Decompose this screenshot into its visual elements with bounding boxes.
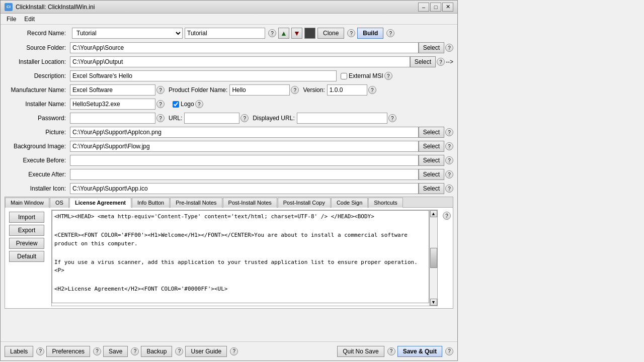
installer-name-field[interactable]	[70, 99, 155, 110]
backup-button[interactable]: Backup	[141, 346, 172, 357]
import-button[interactable]: Import	[9, 212, 44, 223]
tab-content-help[interactable]: ?	[443, 212, 451, 220]
license-content[interactable]: <HTML><HEAD> <meta http-equiv='Content-T…	[52, 210, 429, 303]
arrow-right: -->	[446, 58, 453, 65]
logo-label: Logo	[173, 101, 194, 108]
preview-button[interactable]: Preview	[9, 238, 44, 249]
window-title: ClickInstall: ClickInstallWin.ini	[16, 4, 95, 11]
installer-name-help[interactable]: ?	[156, 100, 165, 108]
clone-help[interactable]: ?	[347, 29, 355, 37]
execute-before-help[interactable]: ?	[445, 156, 453, 164]
displayed-url-help[interactable]: ?	[388, 114, 396, 122]
record-name-help[interactable]: ?	[268, 29, 276, 37]
nav-down-button[interactable]: ▼	[291, 28, 302, 39]
displayed-url-field[interactable]	[297, 113, 387, 124]
logo-help[interactable]: ?	[195, 100, 203, 108]
background-image-select[interactable]: Select	[419, 141, 444, 152]
source-folder-field[interactable]	[70, 42, 419, 53]
execute-after-select[interactable]: Select	[419, 169, 444, 180]
product-folder-label: Product Folder Name:	[169, 86, 227, 94]
default-button[interactable]: Default	[9, 251, 44, 262]
version-label: Version:	[303, 86, 325, 94]
picture-row: Picture: Select ?	[5, 126, 453, 138]
password-help[interactable]: ?	[156, 114, 165, 122]
execute-before-select[interactable]: Select	[419, 155, 444, 166]
external-msi-label: External MSI	[341, 72, 383, 79]
quit-no-save-button[interactable]: Quit No Save	[337, 346, 384, 357]
close-button[interactable]: ✕	[442, 3, 453, 12]
maximize-button[interactable]: □	[430, 3, 441, 12]
preferences-button[interactable]: Preferences	[46, 346, 90, 357]
menu-bar: File Edit	[1, 14, 457, 25]
external-msi-checkbox[interactable]	[341, 73, 347, 79]
installer-location-field[interactable]	[70, 56, 410, 67]
tab-post-install-copy[interactable]: Post-Install Copy	[278, 198, 331, 208]
minimize-button[interactable]: –	[418, 3, 429, 12]
background-image-help[interactable]: ?	[445, 142, 453, 150]
background-image-field[interactable]	[70, 141, 419, 152]
source-folder-select[interactable]: Select	[419, 42, 444, 53]
build-help[interactable]: ?	[386, 29, 394, 37]
save-quit-help[interactable]: ?	[445, 347, 453, 355]
menu-edit[interactable]: Edit	[20, 15, 39, 24]
url-help[interactable]: ?	[240, 114, 249, 122]
manufacturer-field[interactable]	[70, 84, 155, 96]
execute-after-help[interactable]: ?	[445, 170, 453, 178]
displayed-url-label: Displayed URL:	[253, 115, 294, 122]
tab-shortcuts[interactable]: Shortcuts	[368, 198, 403, 208]
build-button[interactable]: Build	[357, 28, 383, 39]
execute-before-field[interactable]	[70, 155, 419, 166]
tab-content: Import Export Preview Default <HTML><HEA…	[5, 208, 453, 308]
tab-main-window[interactable]: Main Window	[5, 198, 49, 208]
logo-checkbox[interactable]	[173, 101, 179, 108]
tab-license-agreement[interactable]: License Agreement	[69, 198, 131, 208]
tab-os[interactable]: OS	[50, 198, 69, 208]
labels-help[interactable]: ?	[36, 347, 44, 355]
picture-field[interactable]	[70, 127, 419, 138]
clone-button[interactable]: Clone	[317, 28, 344, 39]
product-folder-help[interactable]: ?	[291, 86, 299, 94]
version-help[interactable]: ?	[368, 86, 376, 94]
password-row: Password: ? URL: ? Displayed URL: ?	[5, 112, 453, 124]
nav-up-button[interactable]: ▲	[278, 28, 289, 39]
preferences-help[interactable]: ?	[93, 347, 101, 355]
tab-info-button[interactable]: Info Button	[132, 198, 170, 208]
installer-icon-field[interactable]	[70, 183, 419, 194]
record-name-field[interactable]	[185, 28, 265, 39]
scroll-down-button[interactable]: ▼	[430, 299, 437, 306]
export-button[interactable]: Export	[9, 225, 44, 236]
version-field[interactable]	[327, 84, 367, 96]
tab-code-sign[interactable]: Code Sign	[331, 198, 368, 208]
execute-before-row: Execute Before: Select ?	[5, 154, 453, 166]
menu-file[interactable]: File	[3, 15, 20, 24]
installer-location-select[interactable]: Select	[410, 56, 436, 67]
product-folder-field[interactable]	[229, 84, 290, 96]
user-guide-button[interactable]: User Guide	[185, 346, 227, 357]
picture-help[interactable]: ?	[445, 128, 453, 136]
nav-stop-button[interactable]	[304, 28, 315, 39]
description-help[interactable]: ?	[384, 72, 392, 80]
save-button[interactable]: Save	[103, 346, 128, 357]
description-field[interactable]	[70, 70, 337, 81]
picture-select[interactable]: Select	[419, 127, 444, 138]
installer-location-help[interactable]: ?	[437, 58, 445, 66]
installer-icon-help[interactable]: ?	[445, 185, 453, 193]
tab-post-install-notes[interactable]: Post-Install Notes	[223, 198, 277, 208]
record-name-dropdown[interactable]: Tutorial	[72, 28, 183, 39]
installer-icon-label: Installer Icon:	[5, 185, 70, 192]
save-help[interactable]: ?	[131, 347, 139, 355]
labels-button[interactable]: Labels	[5, 346, 33, 357]
execute-after-field[interactable]	[70, 169, 419, 180]
manufacturer-help[interactable]: ?	[156, 86, 165, 94]
user-guide-help[interactable]: ?	[230, 347, 238, 355]
source-folder-help[interactable]: ?	[445, 44, 453, 52]
password-field[interactable]	[70, 113, 155, 124]
backup-help[interactable]: ?	[175, 347, 183, 355]
tab-pre-install-notes[interactable]: Pre-Install Notes	[170, 198, 222, 208]
save-quit-button[interactable]: Save & Quit	[397, 346, 442, 357]
background-image-row: Background Image: Select ?	[5, 140, 453, 152]
scroll-up-button[interactable]: ▲	[430, 210, 437, 217]
installer-icon-select[interactable]: Select	[419, 183, 444, 194]
quit-help[interactable]: ?	[387, 347, 395, 355]
url-field[interactable]	[184, 113, 239, 124]
